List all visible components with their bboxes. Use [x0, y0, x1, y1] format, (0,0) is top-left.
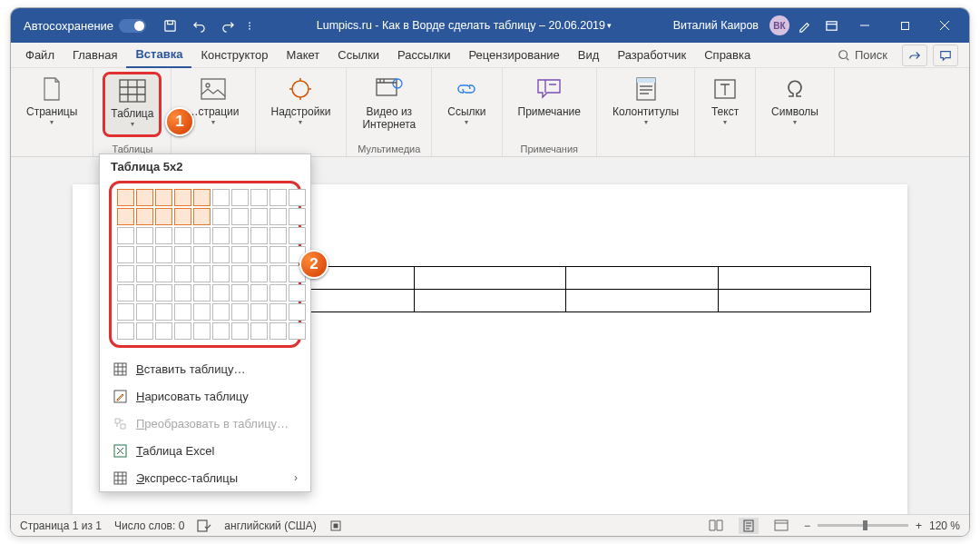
grid-cell[interactable] [136, 189, 153, 206]
grid-cell[interactable] [193, 189, 211, 206]
table-button[interactable]: Таблица▾ [103, 72, 162, 137]
zoom-level[interactable]: 120 % [929, 519, 960, 532]
text-button[interactable]: Текст▾ [704, 72, 746, 134]
grid-cell[interactable] [136, 246, 153, 263]
grid-cell[interactable] [193, 227, 211, 244]
grid-cell[interactable] [155, 322, 172, 340]
tab-layout[interactable]: Макет [278, 43, 329, 68]
grid-cell[interactable] [155, 303, 172, 321]
grid-cell[interactable] [117, 189, 134, 206]
grid-cell[interactable] [212, 189, 230, 206]
grid-cell[interactable] [231, 246, 249, 263]
grid-cell[interactable] [270, 189, 287, 206]
grid-cell[interactable] [117, 265, 134, 282]
grid-cell[interactable] [193, 303, 211, 321]
grid-cell[interactable] [231, 265, 249, 282]
grid-cell[interactable] [270, 322, 287, 340]
tab-mailings[interactable]: Рассылки [388, 43, 459, 68]
grid-cell[interactable] [117, 284, 134, 302]
tab-references[interactable]: Ссылки [328, 43, 388, 68]
close-button[interactable] [926, 8, 964, 43]
tab-review[interactable]: Рецензирование [459, 43, 568, 68]
grid-cell[interactable] [231, 322, 249, 340]
grid-cell[interactable] [174, 265, 191, 282]
grid-cell[interactable] [289, 227, 306, 244]
grid-cell[interactable] [270, 265, 287, 282]
grid-cell[interactable] [174, 246, 191, 263]
word-count[interactable]: Число слов: 0 [114, 519, 184, 532]
online-video-button[interactable]: Видео изИнтернета [356, 72, 422, 134]
headerfooter-button[interactable]: Колонтитулы▾ [606, 72, 685, 134]
spellcheck-icon[interactable] [197, 519, 211, 532]
grid-cell[interactable] [231, 189, 249, 206]
grid-cell[interactable] [155, 265, 172, 282]
grid-cell[interactable] [289, 189, 306, 206]
zoom-out-button[interactable]: − [804, 519, 810, 532]
grid-cell[interactable] [117, 303, 134, 321]
grid-cell[interactable] [174, 189, 191, 206]
grid-cell[interactable] [231, 303, 249, 321]
table-size-grid[interactable] [117, 189, 293, 340]
grid-cell[interactable] [136, 303, 153, 321]
macro-icon[interactable] [329, 519, 342, 532]
grid-cell[interactable] [193, 246, 211, 263]
grid-cell[interactable] [193, 322, 211, 340]
grid-cell[interactable] [117, 322, 134, 340]
grid-cell[interactable] [174, 284, 191, 302]
grid-cell[interactable] [289, 284, 306, 302]
grid-cell[interactable] [155, 208, 172, 225]
grid-cell[interactable] [231, 208, 249, 225]
grid-cell[interactable] [212, 303, 230, 321]
ribbon-display-icon[interactable] [818, 13, 844, 38]
pages-button[interactable]: Страницы▾ [20, 72, 83, 134]
grid-cell[interactable] [117, 227, 134, 244]
grid-cell[interactable] [289, 208, 306, 225]
grid-cell[interactable] [212, 284, 230, 302]
grid-cell[interactable] [231, 284, 249, 302]
grid-cell[interactable] [155, 227, 172, 244]
comments-button[interactable] [933, 45, 958, 66]
zoom-slider[interactable] [818, 524, 908, 527]
grid-cell[interactable] [250, 322, 268, 340]
grid-cell[interactable] [250, 303, 268, 321]
grid-cell[interactable] [212, 322, 230, 340]
share-button[interactable] [902, 45, 927, 66]
grid-cell[interactable] [250, 227, 268, 244]
grid-cell[interactable] [250, 208, 268, 225]
grid-cell[interactable] [155, 246, 172, 263]
grid-cell[interactable] [270, 227, 287, 244]
grid-cell[interactable] [212, 246, 230, 263]
grid-cell[interactable] [155, 189, 172, 206]
grid-cell[interactable] [174, 303, 191, 321]
draw-shortcut-icon[interactable] [791, 13, 817, 38]
grid-cell[interactable] [270, 208, 287, 225]
grid-cell[interactable] [212, 227, 230, 244]
tab-developer[interactable]: Разработчик [608, 43, 695, 68]
grid-cell[interactable] [174, 208, 191, 225]
web-layout-button[interactable] [771, 518, 791, 534]
grid-cell[interactable] [250, 265, 268, 282]
grid-cell[interactable] [270, 284, 287, 302]
grid-cell[interactable] [212, 208, 230, 225]
grid-cell[interactable] [174, 227, 191, 244]
grid-cell[interactable] [193, 208, 211, 225]
draw-table-item[interactable]: Нарисовать таблицу [100, 382, 310, 410]
save-icon[interactable] [157, 13, 182, 38]
addins-button[interactable]: Надстройки▾ [265, 72, 338, 134]
grid-cell[interactable] [250, 246, 268, 263]
grid-cell[interactable] [250, 189, 268, 206]
insert-table-item[interactable]: ВВставить таблицу…ставить таблицу… [100, 355, 310, 382]
tab-view[interactable]: Вид [569, 43, 609, 68]
print-layout-button[interactable] [739, 518, 759, 534]
grid-cell[interactable] [270, 303, 287, 321]
read-mode-button[interactable] [706, 518, 726, 534]
undo-icon[interactable] [186, 13, 211, 38]
excel-table-item[interactable]: Таблица Excel [100, 437, 310, 464]
symbols-button[interactable]: Символы▾ [765, 72, 825, 134]
zoom-in-button[interactable]: + [916, 519, 922, 532]
autosave-toggle[interactable] [119, 19, 146, 33]
grid-cell[interactable] [174, 322, 191, 340]
grid-cell[interactable] [136, 284, 153, 302]
grid-cell[interactable] [136, 227, 153, 244]
tab-file[interactable]: Файл [16, 43, 64, 68]
